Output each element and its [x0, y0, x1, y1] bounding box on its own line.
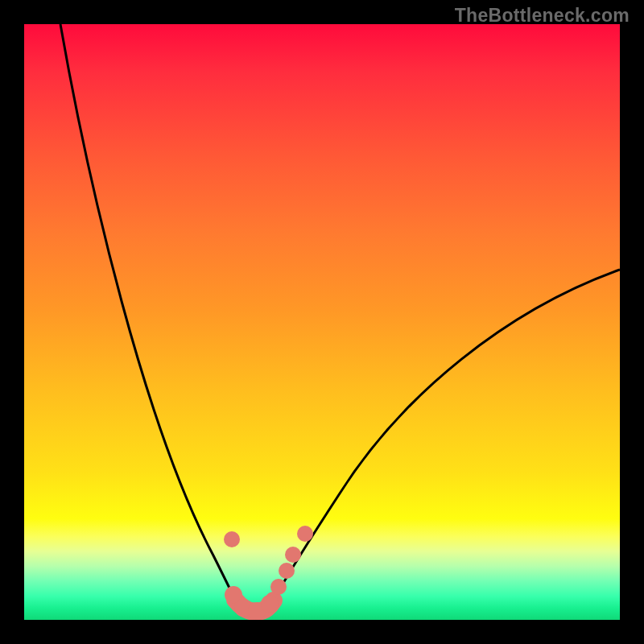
data-marker — [270, 579, 287, 595]
data-marker — [297, 526, 313, 542]
data-marker — [261, 595, 279, 613]
data-marker — [224, 531, 240, 547]
plot-area — [24, 24, 620, 620]
markers-group — [224, 526, 313, 620]
chart-svg — [24, 24, 620, 620]
curve-left — [60, 24, 235, 600]
data-marker — [285, 547, 301, 563]
data-marker — [279, 563, 295, 579]
curve-right — [274, 270, 620, 600]
watermark-label: TheBottleneck.com — [455, 5, 630, 27]
